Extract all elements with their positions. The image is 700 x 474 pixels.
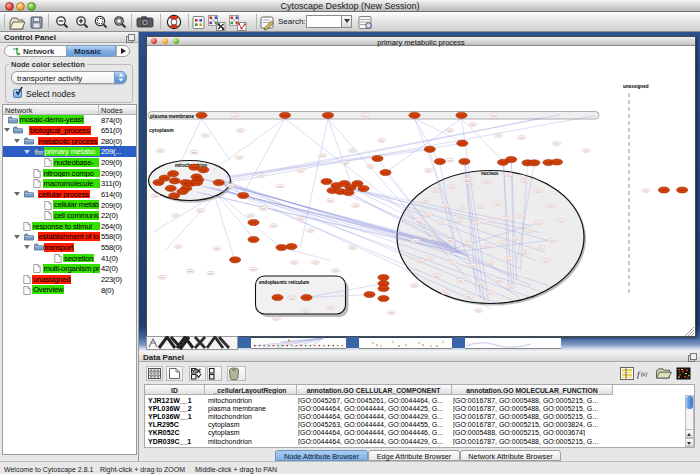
svg-text:nucleus: nucleus: [481, 170, 499, 175]
svg-text:(x): (x): [641, 371, 647, 378]
svg-text:endoplasmic reticulum: endoplasmic reticulum: [259, 279, 309, 284]
svg-text:unassigned: unassigned: [623, 84, 649, 89]
svg-text:cytoplasm: cytoplasm: [149, 127, 174, 133]
svg-text:plasma membrane: plasma membrane: [150, 112, 194, 118]
